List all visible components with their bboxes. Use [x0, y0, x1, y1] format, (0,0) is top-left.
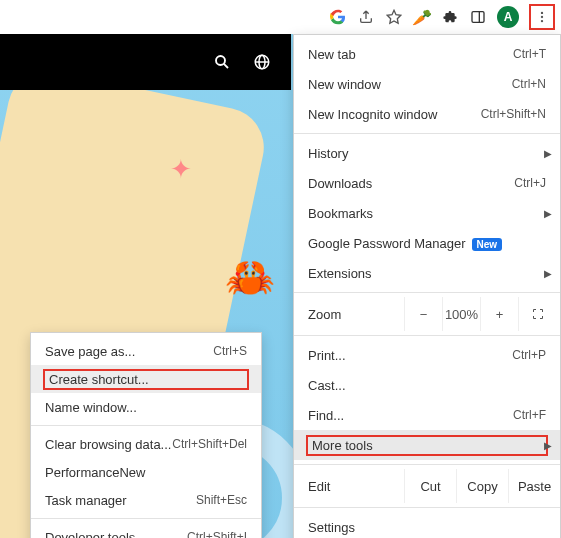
menu-edit: Edit Cut Copy Paste: [294, 469, 560, 503]
search-icon[interactable]: [213, 53, 231, 71]
share-icon[interactable]: [357, 8, 375, 26]
chevron-right-icon: ▶: [544, 440, 552, 451]
edit-copy-button[interactable]: Copy: [456, 469, 508, 503]
menu-shortcut: Ctrl+N: [512, 77, 546, 91]
submenu-developer-tools[interactable]: Developer tools Ctrl+Shift+I: [31, 523, 261, 538]
svg-line-6: [224, 64, 228, 68]
zoom-in-button[interactable]: +: [480, 297, 518, 331]
menu-shortcut: Ctrl+Shift+I: [187, 530, 247, 538]
menu-shortcut: Ctrl+J: [514, 176, 546, 190]
menu-shortcut: Ctrl+F: [513, 408, 546, 422]
menu-label: History: [308, 146, 546, 161]
new-badge: New: [472, 238, 503, 251]
submenu-task-manager[interactable]: Task manager Shift+Esc: [31, 486, 261, 514]
menu-label: Save page as...: [45, 344, 213, 359]
menu-label: Bookmarks: [308, 206, 546, 221]
chevron-right-icon: ▶: [544, 268, 552, 279]
menu-label: Create shortcut...: [45, 371, 247, 388]
menu-label: Print...: [308, 348, 512, 363]
menu-downloads[interactable]: Downloads Ctrl+J: [294, 168, 560, 198]
zoom-label: Zoom: [308, 307, 404, 322]
svg-point-3: [541, 16, 543, 18]
menu-label: New Incognito window: [308, 107, 481, 122]
menu-label: Name window...: [45, 400, 247, 415]
google-icon[interactable]: [329, 8, 347, 26]
separator: [294, 335, 560, 336]
menu-history[interactable]: History ▶: [294, 138, 560, 168]
separator: [294, 507, 560, 508]
edit-cut-button[interactable]: Cut: [404, 469, 456, 503]
separator: [294, 133, 560, 134]
zoom-out-button[interactable]: −: [404, 297, 442, 331]
menu-label: Extensions: [308, 266, 546, 281]
globe-icon[interactable]: [253, 53, 271, 71]
separator: [294, 292, 560, 293]
menu-cast[interactable]: Cast...: [294, 370, 560, 400]
menu-new-window[interactable]: New window Ctrl+N: [294, 69, 560, 99]
svg-point-4: [541, 20, 543, 22]
menu-extensions[interactable]: Extensions ▶: [294, 258, 560, 288]
submenu-save-page[interactable]: Save page as... Ctrl+S: [31, 337, 261, 365]
site-header: [0, 34, 291, 90]
edit-paste-button[interactable]: Paste: [508, 469, 560, 503]
menu-password-manager[interactable]: Google Password ManagerNew: [294, 228, 560, 258]
separator: [31, 518, 261, 519]
menu-label: Clear browsing data...: [45, 437, 172, 452]
submenu-create-shortcut[interactable]: Create shortcut...: [31, 365, 261, 393]
menu-shortcut: Ctrl+S: [213, 344, 247, 358]
menu-new-tab[interactable]: New tab Ctrl+T: [294, 39, 560, 69]
profile-avatar[interactable]: A: [497, 6, 519, 28]
menu-label: More tools: [308, 437, 546, 454]
chevron-right-icon: ▶: [544, 148, 552, 159]
svg-point-2: [541, 12, 543, 14]
menu-label: Settings: [308, 520, 546, 535]
star-decoration: ✦: [170, 154, 192, 185]
menu-label: PerformanceNew: [45, 465, 247, 480]
menu-shortcut: Ctrl+T: [513, 47, 546, 61]
browser-toolbar: 🥕 A: [0, 0, 561, 34]
edit-label: Edit: [308, 479, 404, 494]
fullscreen-button[interactable]: [518, 297, 556, 331]
menu-label: New tab: [308, 47, 513, 62]
submenu-clear-browsing-data[interactable]: Clear browsing data... Ctrl+Shift+Del: [31, 430, 261, 458]
menu-find[interactable]: Find... Ctrl+F: [294, 400, 560, 430]
menu-label: New window: [308, 77, 512, 92]
svg-point-5: [216, 56, 225, 65]
separator: [31, 425, 261, 426]
menu-shortcut: Shift+Esc: [196, 493, 247, 507]
submenu-performance[interactable]: PerformanceNew: [31, 458, 261, 486]
menu-button[interactable]: [529, 4, 555, 30]
menu-label: Cast...: [308, 378, 546, 393]
menu-incognito[interactable]: New Incognito window Ctrl+Shift+N: [294, 99, 560, 129]
menu-shortcut: Ctrl+Shift+N: [481, 107, 546, 121]
menu-settings[interactable]: Settings: [294, 512, 560, 538]
menu-more-tools[interactable]: More tools ▶: [294, 430, 560, 460]
menu-shortcut: Ctrl+P: [512, 348, 546, 362]
extensions-puzzle-icon[interactable]: [441, 8, 459, 26]
extension-carrot-icon[interactable]: 🥕: [413, 8, 431, 26]
menu-label: Downloads: [308, 176, 514, 191]
new-badge: New: [119, 465, 145, 480]
menu-label: Developer tools: [45, 530, 187, 539]
submenu-name-window[interactable]: Name window...: [31, 393, 261, 421]
sidepanel-icon[interactable]: [469, 8, 487, 26]
menu-zoom: Zoom − 100% +: [294, 297, 560, 331]
menu-label: Task manager: [45, 493, 196, 508]
chrome-menu: New tab Ctrl+T New window Ctrl+N New Inc…: [293, 34, 561, 538]
svg-rect-0: [472, 12, 484, 23]
menu-bookmarks[interactable]: Bookmarks ▶: [294, 198, 560, 228]
chevron-right-icon: ▶: [544, 208, 552, 219]
separator: [294, 464, 560, 465]
menu-label: Google Password ManagerNew: [308, 236, 546, 251]
menu-label: Find...: [308, 408, 513, 423]
zoom-value: 100%: [442, 297, 480, 331]
star-icon[interactable]: [385, 8, 403, 26]
more-tools-submenu: Save page as... Ctrl+S Create shortcut..…: [30, 332, 262, 538]
crab-decoration: 🦀: [225, 254, 275, 301]
menu-print[interactable]: Print... Ctrl+P: [294, 340, 560, 370]
menu-shortcut: Ctrl+Shift+Del: [172, 437, 247, 451]
